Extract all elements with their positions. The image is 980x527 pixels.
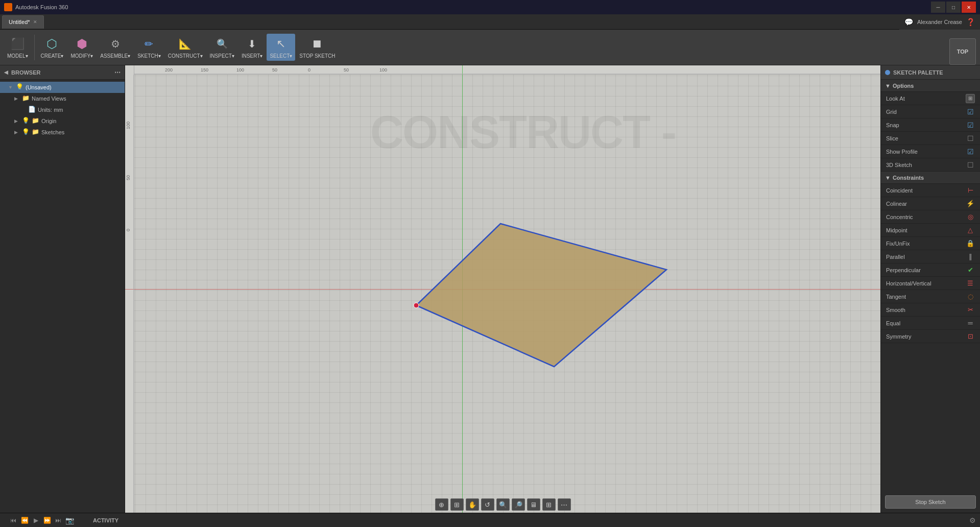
- horizontal-vertical-row[interactable]: Horizontal/Vertical ☰: [881, 277, 980, 290]
- orbit-button[interactable]: ↺: [481, 498, 494, 511]
- prev-button[interactable]: ⏪: [19, 516, 30, 525]
- sketch-label: SKETCH▾: [137, 53, 161, 59]
- toolbar-sketch[interactable]: ✏ SKETCH▾: [134, 34, 164, 61]
- look-at-label: Look At: [886, 95, 963, 102]
- coincident-row[interactable]: Coincident ⊢: [881, 184, 980, 197]
- slice-label: Slice: [886, 135, 963, 141]
- perpendicular-label: Perpendicular: [886, 267, 963, 273]
- toolbar-stop-sketch[interactable]: ⏹ STOP SKETCH: [296, 34, 338, 61]
- play-button[interactable]: ▶: [31, 516, 41, 525]
- browser-item-named-views[interactable]: ▶ 📁 Named Views: [0, 93, 125, 104]
- grid-settings-button[interactable]: ⊞: [542, 498, 556, 511]
- toolbar-inspect[interactable]: 🔍 INSPECT▾: [207, 34, 237, 61]
- toolbar-construct[interactable]: 📐 CONSTRUCT▾: [165, 34, 206, 61]
- show-profile-checkbox[interactable]: ☑: [966, 147, 975, 156]
- model-label: MODEL▾: [7, 53, 28, 59]
- sketch-palette-header: SKETCH PALETTE: [881, 65, 980, 80]
- 3d-sketch-checkbox[interactable]: ☐: [966, 160, 975, 170]
- browser-tree: ▼ 💡 (Unsaved) ▶ 📁 Named Views 📄 Units: m…: [0, 80, 125, 513]
- construct-label: CONSTRUCT▾: [168, 53, 203, 59]
- toolbar-assemble[interactable]: ⚙ ASSEMBLE▾: [97, 34, 133, 61]
- stop-sketch-button[interactable]: Stop Sketch: [885, 495, 976, 509]
- fit-view-button[interactable]: ⊞: [450, 498, 464, 511]
- main-layout: ◀ BROWSER ⋯ ▼ 💡 (Unsaved) ▶ 📁 Named View…: [0, 65, 980, 513]
- expand-icon: ▶: [14, 118, 20, 124]
- browser-collapse-icon[interactable]: ◀: [4, 69, 8, 75]
- modify-label: MODIFY▾: [70, 53, 93, 59]
- units-icon: 📄: [28, 106, 36, 114]
- smooth-icon: ✂: [966, 305, 975, 315]
- next-end-button[interactable]: ⏭: [53, 516, 63, 525]
- pan-button[interactable]: ✋: [466, 498, 479, 511]
- prev-start-button[interactable]: ⏮: [8, 516, 18, 525]
- constraints-expand-icon: ▼: [885, 175, 891, 181]
- browser-item-sketches[interactable]: ▶ 💡 📁 Sketches: [0, 127, 125, 138]
- tangent-label: Tangent: [886, 294, 963, 300]
- camera-button[interactable]: 📷: [64, 516, 75, 525]
- minimize-button[interactable]: ─: [931, 2, 945, 13]
- display-settings-button[interactable]: 🖥: [527, 498, 540, 511]
- browser-item-units[interactable]: 📄 Units: mm: [0, 104, 125, 115]
- canvas-controls: ⊕ ⊞ ✋ ↺ 🔍 🔎 🖥 ⊞ ⋯: [125, 496, 880, 513]
- toolbar-modify[interactable]: ⬢ MODIFY▾: [67, 34, 96, 61]
- zoom-out-button[interactable]: 🔎: [512, 498, 525, 511]
- constraints-section-header[interactable]: ▼ Constraints: [881, 172, 980, 184]
- assemble-icon: ⚙: [107, 36, 124, 52]
- smooth-row[interactable]: Smooth ✂: [881, 303, 980, 317]
- status-options-icon[interactable]: ⚙: [969, 516, 976, 524]
- sketches-folder-icon: 📁: [32, 128, 40, 136]
- canvas-area[interactable]: CONSTRUCT - 200 150 100 50 0 50 100 100 …: [125, 65, 880, 513]
- toolbar-create[interactable]: ⬡ CREATE▾: [38, 34, 67, 61]
- colinear-row[interactable]: Colinear ⚡: [881, 197, 980, 210]
- expand-icon: ▶: [14, 96, 20, 101]
- origin-icon: 💡: [22, 117, 30, 125]
- snap-checkbox[interactable]: ☑: [966, 121, 975, 130]
- create-label: CREATE▾: [41, 53, 64, 59]
- look-at-button[interactable]: ⊞: [966, 94, 975, 103]
- options-section-header[interactable]: ▼ Options: [881, 80, 980, 92]
- toolbar-model[interactable]: ⬛ MODEL▾: [4, 34, 31, 61]
- sketches-icon: 💡: [22, 128, 30, 136]
- maximize-button[interactable]: □: [946, 2, 961, 13]
- tab-close-button[interactable]: ✕: [33, 19, 37, 25]
- fix-unfix-row[interactable]: Fix/UnFix 🔒: [881, 237, 980, 250]
- top-view-button[interactable]: TOP: [949, 38, 976, 65]
- browser-item-origin[interactable]: ▶ 💡 📁 Origin: [0, 115, 125, 127]
- browser-options-icon[interactable]: ⋯: [114, 69, 121, 76]
- slice-checkbox[interactable]: ☐: [966, 134, 975, 143]
- sketch-icon: ✏: [141, 36, 157, 52]
- main-tab[interactable]: Untitled* ✕: [2, 15, 44, 29]
- help-icon[interactable]: ❓: [966, 18, 975, 26]
- activity-label: ACTIVITY: [93, 517, 118, 523]
- insert-label: INSERT▾: [242, 53, 263, 59]
- midpoint-row[interactable]: Midpoint △: [881, 224, 980, 237]
- concentric-row[interactable]: Concentric ◎: [881, 210, 980, 224]
- select-icon: ↖: [273, 36, 289, 52]
- toolbar-select[interactable]: ↖ SELECT▾: [267, 34, 295, 61]
- origin-label: Origin: [41, 118, 123, 124]
- toolbar-insert[interactable]: ⬇ INSERT▾: [238, 34, 266, 61]
- message-icon[interactable]: 💬: [904, 18, 913, 26]
- colinear-icon: ⚡: [966, 199, 975, 208]
- equal-row[interactable]: Equal ═: [881, 317, 980, 330]
- next-button[interactable]: ⏩: [42, 516, 52, 525]
- title-bar: Autodesk Fusion 360 ─ □ ✕: [0, 0, 980, 14]
- tab-label: Untitled*: [9, 19, 30, 25]
- model-icon: ⬛: [9, 36, 26, 52]
- show-profile-row: Show Profile ☑: [881, 145, 980, 158]
- perpendicular-icon: ✔: [966, 266, 975, 275]
- tangent-row[interactable]: Tangent ◌: [881, 290, 980, 303]
- zoom-in-button[interactable]: 🔍: [496, 498, 510, 511]
- browser-panel: ◀ BROWSER ⋯ ▼ 💡 (Unsaved) ▶ 📁 Named View…: [0, 65, 125, 513]
- parallel-row[interactable]: Parallel ∥: [881, 250, 980, 264]
- symmetry-icon: ⊡: [966, 332, 975, 341]
- more-settings-button[interactable]: ⋯: [558, 498, 571, 511]
- perpendicular-row[interactable]: Perpendicular ✔: [881, 264, 980, 277]
- symmetry-row[interactable]: Symmetry ⊡: [881, 330, 980, 343]
- browser-item-unsaved[interactable]: ▼ 💡 (Unsaved): [0, 82, 125, 93]
- sketch-palette-panel: SKETCH PALETTE ▼ Options Look At ⊞ Grid …: [880, 65, 980, 513]
- close-button[interactable]: ✕: [962, 2, 976, 13]
- snap-label: Snap: [886, 122, 963, 128]
- grid-checkbox[interactable]: ☑: [966, 107, 975, 116]
- snap-toggle-button[interactable]: ⊕: [435, 498, 448, 511]
